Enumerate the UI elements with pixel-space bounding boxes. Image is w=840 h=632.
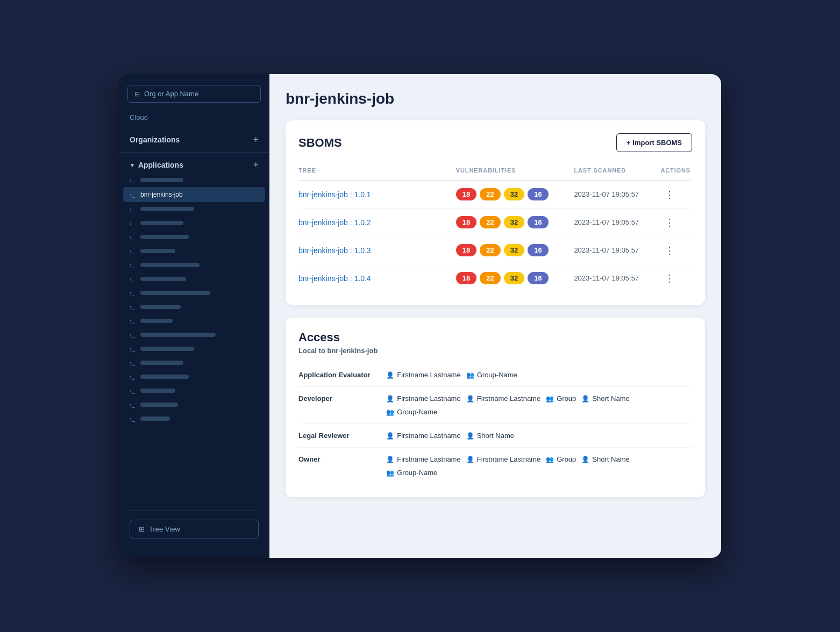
sidebar-item-app-15[interactable]: ›_ [123,384,265,398]
search-input[interactable]: ⊟ Org or App Name [127,85,261,103]
sidebar-item-app-16[interactable]: ›_ [123,398,265,412]
last-scanned: 2023-11-07 19:05:57 [574,264,660,292]
import-sboms-button[interactable]: + Import SBOMS [616,133,692,152]
app-icon: ›_ [130,346,136,352]
sidebar-item-app-9[interactable]: ›_ [123,300,265,314]
member-name: Firstname Lastname [477,455,541,463]
sidebar-item-app-14[interactable]: ›_ [123,370,265,384]
group-chip: 👥Group [546,394,576,403]
app-bar [140,235,189,239]
app-icon: ›_ [130,234,136,240]
group-chip: 👥Group-Name [386,408,437,416]
sidebar-item-app-5[interactable]: ›_ [123,244,265,258]
access-table: Application Evaluator👤Firstname Lastname… [298,363,692,484]
add-application-button[interactable]: + [253,160,259,170]
tree-link[interactable]: bnr-jenkins-job : 1.0.1 [298,190,371,199]
role-label: Application Evaluator [298,363,386,387]
user-icon: 👤 [581,456,589,463]
vuln-badge: 16 [528,244,548,256]
sboms-row: bnr-jenkins-job : 1.0.4182232162023-11-0… [298,264,692,292]
app-bar [140,347,194,351]
sidebar-item-app-0[interactable]: ›_ [123,173,265,187]
sidebar-item-app-12[interactable]: ›_ [123,342,265,356]
tree-view-button[interactable]: ⊞ Tree View [130,520,259,538]
sidebar-item-app-7[interactable]: ›_ [123,272,265,286]
col-tree: TREE [298,163,456,181]
sidebar-item-app-8[interactable]: ›_ [123,286,265,300]
vuln-badges: 18223216 [456,272,574,284]
member-name: Firstname Lastname [397,371,461,379]
sidebar-item-app-2[interactable]: ›_ [123,202,265,216]
role-label: Developer [298,387,386,424]
sidebar-item-bnr-jenkins-job[interactable]: ›_ bnr-jenkins-job [123,187,265,202]
access-members: 👤Firstname Lastname👤Firstname Lastname👥G… [386,394,692,416]
access-row: Legal Reviewer👤Firstname Lastname👤Short … [298,424,692,448]
user-icon: 👤 [386,456,394,463]
user-icon: 👤 [386,395,394,403]
actions-menu-button[interactable]: ⋮ [660,271,679,286]
role-label: Owner [298,448,386,485]
vuln-badge: 22 [480,272,500,284]
tree-link[interactable]: bnr-jenkins-job : 1.0.3 [298,246,371,255]
user-chip: 👤Firstname Lastname [466,455,541,463]
member-name: Firstname Lastname [397,394,461,403]
access-row: Developer👤Firstname Lastname👤Firstname L… [298,387,692,424]
app-bar [140,305,181,309]
vuln-badge: 32 [504,188,524,200]
member-name: Firstname Lastname [397,432,461,440]
vuln-badge: 22 [480,188,500,200]
sboms-row: bnr-jenkins-job : 1.0.1182232162023-11-0… [298,181,692,209]
access-row: Application Evaluator👤Firstname Lastname… [298,363,692,387]
vuln-badge: 22 [480,244,500,256]
vuln-badge: 16 [528,216,548,228]
tree-link[interactable]: bnr-jenkins-job : 1.0.4 [298,274,371,283]
group-icon: 👥 [546,456,554,463]
sidebar: ⊟ Org or App Name Cloud Organizations + … [119,74,269,558]
access-members: 👤Firstname Lastname👤Firstname Lastname👥G… [386,455,692,477]
sidebar-item-app-13[interactable]: ›_ [123,356,265,370]
sidebar-item-app-10[interactable]: ›_ [123,314,265,328]
actions-menu-button[interactable]: ⋮ [660,187,679,202]
app-bar [140,291,210,295]
app-icon: ›_ [130,290,136,296]
member-name: Firstname Lastname [477,394,541,403]
sboms-table: TREE VULNERABILITIES LAST SCANNED ACTION… [298,163,692,292]
vuln-badges: 18223216 [456,216,574,228]
sidebar-item-app-17[interactable]: ›_ [123,412,265,426]
tree-view-label: Tree View [149,525,180,533]
vuln-badge: 18 [456,188,476,200]
sidebar-item-app-11[interactable]: ›_ [123,328,265,342]
user-chip: 👤Firstname Lastname [466,394,541,403]
app-bar [140,361,183,365]
sidebar-item-app-6[interactable]: ›_ [123,258,265,272]
user-chip: 👤Short Name [581,455,629,463]
vuln-badge: 16 [528,272,548,284]
access-card-header: Access [298,331,692,344]
group-icon: 👥 [386,469,394,477]
actions-menu-button[interactable]: ⋮ [660,215,679,230]
add-organization-button[interactable]: + [253,135,259,145]
group-icon: 👥 [546,395,554,403]
member-name: Group [557,394,576,403]
user-icon: 👤 [386,432,394,440]
tree-link[interactable]: bnr-jenkins-job : 1.0.2 [298,218,371,227]
app-bar [140,249,175,253]
app-icon: ›_ [130,401,136,408]
vuln-badge: 32 [504,272,524,284]
vuln-badge: 18 [456,216,476,228]
app-bar [140,207,194,211]
organizations-section: Organizations + [119,127,269,153]
last-scanned: 2023-11-07 19:05:57 [574,181,660,209]
sboms-title: SBOMS [298,136,342,150]
app-bar [140,416,170,421]
col-actions: ACTIONS [660,163,692,181]
sidebar-item-app-3[interactable]: ›_ [123,216,265,230]
vuln-badge: 18 [456,244,476,256]
user-icon: 👤 [386,371,394,379]
vuln-badges: 18223216 [456,244,574,256]
member-name: Group-Name [397,469,437,477]
actions-menu-button[interactable]: ⋮ [660,243,679,258]
group-chip: 👥Group [546,455,576,463]
app-icon: ›_ [130,332,136,338]
sidebar-item-app-4[interactable]: ›_ [123,230,265,244]
